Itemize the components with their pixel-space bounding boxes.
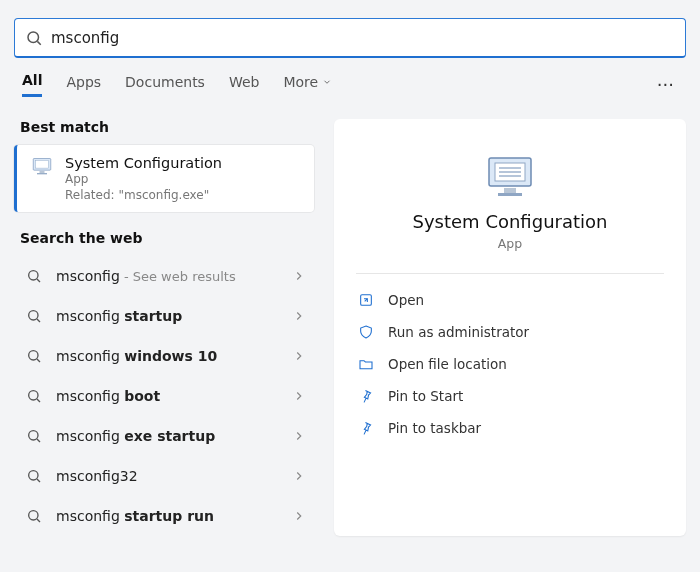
svg-point-14 (29, 431, 38, 440)
svg-line-7 (37, 279, 40, 282)
tab-more[interactable]: More (283, 74, 332, 96)
preview-panel: System Configuration App OpenRun as admi… (334, 119, 686, 536)
svg-line-15 (37, 439, 40, 442)
svg-point-16 (29, 471, 38, 480)
svg-rect-4 (40, 171, 45, 173)
tab-web[interactable]: Web (229, 74, 260, 96)
svg-line-11 (37, 359, 40, 362)
app-icon (32, 157, 52, 175)
svg-line-1 (37, 41, 40, 44)
svg-line-9 (37, 319, 40, 322)
web-result[interactable]: msconfig windows 10 (14, 336, 314, 376)
tab-documents[interactable]: Documents (125, 74, 205, 96)
svg-rect-26 (498, 193, 522, 196)
svg-point-8 (29, 311, 38, 320)
search-icon (25, 29, 43, 47)
search-input[interactable] (51, 29, 675, 47)
preview-action[interactable]: Pin to taskbar (356, 412, 664, 444)
web-result[interactable]: msconfig startup run (14, 496, 314, 536)
svg-line-17 (37, 479, 40, 482)
svg-rect-25 (504, 188, 516, 193)
best-match-type: App (65, 172, 222, 186)
web-result[interactable]: msconfig32 (14, 456, 314, 496)
best-match-heading: Best match (20, 119, 308, 135)
best-match-related: Related: "msconfig.exe" (65, 188, 222, 202)
preview-action[interactable]: Pin to Start (356, 380, 664, 412)
preview-title: System Configuration (356, 211, 664, 232)
best-match-result[interactable]: System Configuration App Related: "mscon… (14, 145, 314, 212)
svg-point-6 (29, 271, 38, 280)
svg-rect-3 (36, 161, 49, 169)
svg-rect-5 (37, 173, 47, 174)
chevron-down-icon (322, 77, 332, 87)
tab-all[interactable]: All (22, 72, 42, 97)
preview-app-icon (486, 155, 534, 197)
web-search-heading: Search the web (20, 230, 308, 246)
more-options-button[interactable]: ··· (653, 74, 678, 95)
web-result[interactable]: msconfig exe startup (14, 416, 314, 456)
preview-action[interactable]: Open file location (356, 348, 664, 380)
tab-apps[interactable]: Apps (66, 74, 101, 96)
svg-line-13 (37, 399, 40, 402)
svg-point-12 (29, 391, 38, 400)
divider (356, 273, 664, 274)
web-result[interactable]: msconfig startup (14, 296, 314, 336)
preview-action[interactable]: Run as administrator (356, 316, 664, 348)
filter-tabs: All Apps Documents Web More ··· (0, 58, 700, 103)
web-result[interactable]: msconfig - See web results (14, 256, 314, 296)
preview-type: App (356, 236, 664, 251)
svg-point-18 (29, 511, 38, 520)
svg-point-0 (28, 32, 39, 43)
best-match-title: System Configuration (65, 155, 222, 171)
preview-action[interactable]: Open (356, 284, 664, 316)
svg-line-19 (37, 519, 40, 522)
svg-point-10 (29, 351, 38, 360)
search-box[interactable] (14, 18, 686, 58)
web-result[interactable]: msconfig boot (14, 376, 314, 416)
